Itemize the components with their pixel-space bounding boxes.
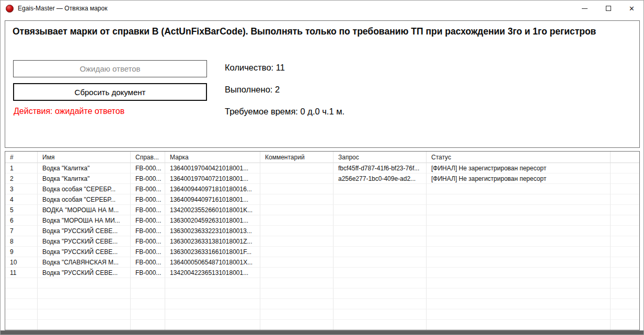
table-cell: FB-000... bbox=[131, 194, 165, 205]
app-icon bbox=[6, 5, 14, 13]
table-cell bbox=[334, 309, 427, 320]
table-cell bbox=[260, 226, 334, 236]
table-cell: [ФИНАЛ] Не зарегистрирован пересорт bbox=[427, 163, 611, 174]
table-cell bbox=[260, 278, 334, 288]
table-cell bbox=[260, 320, 334, 330]
table-cell: 136400944097161018001... bbox=[165, 194, 260, 205]
table-cell bbox=[427, 226, 611, 236]
maximize-button[interactable] bbox=[596, 1, 620, 16]
table-cell bbox=[334, 215, 427, 226]
table-cell bbox=[334, 288, 427, 299]
table-cell bbox=[5, 309, 38, 320]
table-cell bbox=[611, 215, 639, 226]
column-header[interactable]: Запрос bbox=[334, 152, 427, 163]
table-row[interactable]: 2Водка "Калитка"FB-000...136400197040721… bbox=[5, 174, 639, 184]
table-cell: 134200422365131018001... bbox=[165, 268, 260, 278]
table-cell bbox=[334, 226, 427, 236]
table-cell bbox=[260, 194, 334, 205]
table-cell bbox=[427, 236, 611, 247]
table-cell: 136300236331381018001Z... bbox=[165, 236, 260, 247]
table-cell bbox=[611, 299, 639, 309]
table-cell: FB-000... bbox=[131, 236, 165, 247]
table-cell bbox=[5, 278, 38, 288]
description-text: Отвязывает марки от справки В (ActUnFixB… bbox=[13, 26, 631, 38]
table-cell bbox=[5, 299, 38, 309]
table-row[interactable]: 1Водка "Калитка"FB-000...136400197040421… bbox=[5, 163, 639, 174]
table-row[interactable]: 8Водка "РУССКИЙ СЕВЕ...FB-000...13630023… bbox=[5, 236, 639, 247]
table-cell bbox=[260, 257, 334, 268]
bottom-resize-strip[interactable] bbox=[1, 330, 643, 334]
table-row[interactable]: 6Водка "МОРОША НА МИ...FB-000...13630020… bbox=[5, 215, 639, 226]
close-icon: ✕ bbox=[629, 5, 635, 12]
table-cell: 9 bbox=[5, 247, 38, 257]
table-cell bbox=[334, 247, 427, 257]
action-status-label: Действия: ожидайте ответов bbox=[14, 107, 124, 116]
column-header[interactable]: Марка bbox=[165, 152, 260, 163]
table-cell: 136400050654871018001X... bbox=[165, 257, 260, 268]
table-cell: fbcf45ff-d787-41f6-bf23-76f... bbox=[334, 163, 427, 174]
table-row[interactable]: 10Водка "СЛАВЯНСКАЯ М...FB-000...1364000… bbox=[5, 257, 639, 268]
maximize-icon bbox=[606, 6, 611, 11]
column-header[interactable]: Комментарий bbox=[260, 152, 334, 163]
table-cell: 136300204592631018001... bbox=[165, 215, 260, 226]
table-cell bbox=[38, 278, 131, 288]
table-cell bbox=[38, 299, 131, 309]
table-cell bbox=[611, 194, 639, 205]
table-cell: Водка "РУССКИЙ СЕВЕ... bbox=[38, 226, 131, 236]
table-cell: Водка "Калитка" bbox=[38, 163, 131, 174]
marks-table: #ИмяСправ...МаркаКомментарийЗапросСтатус… bbox=[5, 151, 640, 330]
table-cell bbox=[131, 320, 165, 330]
table-cell bbox=[427, 309, 611, 320]
column-header[interactable]: Имя bbox=[38, 152, 131, 163]
table-row[interactable]: 9Водка "РУССКИЙ СЕВЕ...FB-000...13630023… bbox=[5, 247, 639, 257]
table-cell bbox=[334, 184, 427, 194]
table-cell bbox=[165, 278, 260, 288]
table-cell bbox=[611, 278, 639, 288]
minimize-icon bbox=[582, 8, 588, 9]
column-header[interactable]: # bbox=[5, 152, 38, 163]
app-window: Egais-Master — Отвязка марок ✕ Отвязывае… bbox=[0, 0, 644, 335]
table-cell bbox=[260, 215, 334, 226]
table-cell bbox=[38, 288, 131, 299]
table-cell: 5 bbox=[5, 205, 38, 215]
table-cell bbox=[427, 194, 611, 205]
table-cell bbox=[611, 163, 639, 174]
table-cell bbox=[334, 257, 427, 268]
table-cell: FB-000... bbox=[131, 174, 165, 184]
table-row[interactable]: 11Водка "РУССКИЙ СЕВЕ...FB-000...1342004… bbox=[5, 268, 639, 278]
table-cell: FB-000... bbox=[131, 268, 165, 278]
table-cell bbox=[334, 194, 427, 205]
column-header[interactable] bbox=[611, 152, 639, 163]
table-header-row: #ИмяСправ...МаркаКомментарийЗапросСтатус bbox=[5, 152, 639, 163]
table-row[interactable]: 5ВОДКА "МОРОША НА М...FB-000...134200235… bbox=[5, 205, 639, 215]
count-label: Количество: 11 bbox=[225, 63, 285, 73]
table-cell bbox=[427, 278, 611, 288]
table-cell bbox=[38, 309, 131, 320]
time-required-label: Требуемое время: 0 д.0 ч.1 м. bbox=[225, 107, 344, 117]
table-cell bbox=[38, 320, 131, 330]
table-empty-row bbox=[5, 299, 639, 309]
minimize-button[interactable] bbox=[573, 1, 596, 16]
column-header[interactable]: Справ... bbox=[131, 152, 165, 163]
table-cell: Водка "РУССКИЙ СЕВЕ... bbox=[38, 236, 131, 247]
column-header[interactable]: Статус bbox=[427, 152, 611, 163]
table-cell bbox=[611, 257, 639, 268]
table-cell bbox=[334, 236, 427, 247]
table-row[interactable]: 3Водка особая "СЕРЕБР...FB-000...1364009… bbox=[5, 184, 639, 194]
table-row[interactable]: 7Водка "РУССКИЙ СЕВЕ...FB-000...13630023… bbox=[5, 226, 639, 236]
table-cell: a256e277-1bc0-409e-ad2... bbox=[334, 174, 427, 184]
done-label: Выполнено: 2 bbox=[225, 85, 280, 95]
table-cell bbox=[611, 184, 639, 194]
reset-document-button[interactable]: Сбросить документ bbox=[13, 83, 207, 101]
close-button[interactable]: ✕ bbox=[620, 1, 643, 16]
window-title: Egais-Master — Отвязка марок bbox=[18, 5, 107, 12]
table-row[interactable]: 4Водка особая "СЕРЕБР...FB-000...1364009… bbox=[5, 194, 639, 205]
table-cell: FB-000... bbox=[131, 184, 165, 194]
waiting-answers-button[interactable]: Ожидаю ответов bbox=[13, 60, 207, 77]
table-cell bbox=[427, 184, 611, 194]
table-cell: FB-000... bbox=[131, 247, 165, 257]
table-cell: 136400197040721018001... bbox=[165, 174, 260, 184]
table-cell bbox=[260, 205, 334, 215]
table-cell bbox=[427, 247, 611, 257]
table-cell: 8 bbox=[5, 236, 38, 247]
